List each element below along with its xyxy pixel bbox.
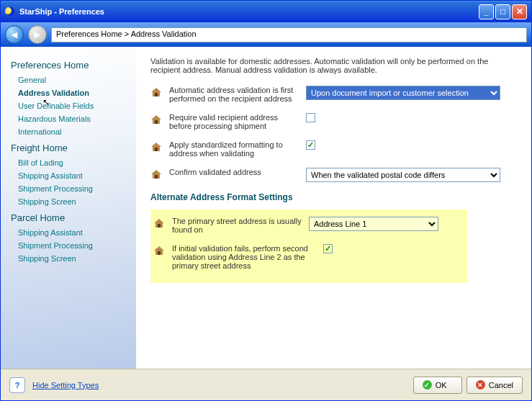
- breadcrumb[interactable]: Preferences Home > Address Validation: [51, 27, 527, 42]
- forward-button: ►: [28, 25, 47, 44]
- auto-validation-select[interactable]: Upon document import or customer selecti…: [306, 86, 500, 100]
- svg-rect-3: [155, 175, 158, 179]
- cursor-icon: ↖: [42, 97, 50, 107]
- sidebar-item-shipping-assistant-freight[interactable]: Shipping Assistant: [11, 169, 129, 182]
- sidebar-item-international[interactable]: International: [11, 125, 129, 138]
- nav-toolbar: ◄ ► Preferences Home > Address Validatio…: [1, 22, 531, 47]
- setting-label: If initial validation fails, perform sec…: [172, 244, 316, 270]
- sidebar-item-shipment-processing-freight[interactable]: Shipment Processing: [11, 182, 129, 195]
- setting-confirm: Confirm validated address When the valid…: [150, 168, 518, 182]
- house-icon: [150, 169, 162, 179]
- sidebar-item-bill-of-lading[interactable]: Bill of Lading: [11, 156, 129, 169]
- setting-label: Automatic address validation is first pe…: [169, 86, 299, 103]
- alternate-settings-highlight: The primary street address is usually fo…: [150, 209, 467, 283]
- setting-label: Apply standardized formatting to address…: [169, 140, 299, 158]
- statusbar: ? Hide Setting Types ✓ OK ✕ Cancel: [1, 369, 531, 400]
- sidebar-item-shipping-screen-parcel[interactable]: Shipping Screen: [11, 252, 129, 265]
- sidebar: Preferences Home General Address Validat…: [1, 47, 136, 369]
- house-icon: [153, 245, 165, 256]
- titlebar[interactable]: StarShip - Preferences _ □ ✕: [1, 1, 531, 22]
- house-icon: [150, 87, 162, 97]
- require-valid-checkbox[interactable]: [306, 113, 315, 122]
- help-icon[interactable]: ?: [9, 377, 25, 393]
- check-icon: ✓: [423, 380, 432, 389]
- app-icon: [5, 6, 15, 17]
- setting-label: Confirm validated address: [169, 168, 299, 176]
- setting-auto-validation: Automatic address validation is first pe…: [150, 86, 518, 103]
- ok-button[interactable]: ✓ OK: [413, 377, 462, 394]
- cancel-button[interactable]: ✕ Cancel: [466, 377, 523, 394]
- setting-standardize: Apply standardized formatting to address…: [150, 140, 518, 158]
- house-icon: [150, 142, 162, 152]
- sidebar-item-shipment-processing-parcel[interactable]: Shipment Processing: [11, 239, 129, 252]
- sidebar-item-address-validation[interactable]: Address Validation: [11, 86, 129, 99]
- content-pane: Validation is available for domestic add…: [136, 47, 531, 369]
- window-title: StarShip - Preferences: [19, 7, 104, 16]
- close-button[interactable]: ✕: [512, 4, 527, 19]
- cancel-icon: ✕: [476, 380, 485, 389]
- intro-text: Validation is available for domestic add…: [150, 57, 518, 74]
- minimize-button[interactable]: _: [479, 4, 494, 19]
- back-button[interactable]: ◄: [5, 25, 24, 44]
- setting-label: The primary street address is usually fo…: [172, 217, 302, 234]
- sidebar-item-shipping-assistant-parcel[interactable]: Shipping Assistant: [11, 226, 129, 239]
- svg-rect-1: [155, 120, 158, 124]
- setting-require-valid: Require valid recipient address before p…: [150, 113, 518, 130]
- svg-rect-2: [155, 148, 158, 151]
- sidebar-item-user-definable-fields[interactable]: User Definable Fields: [11, 99, 129, 112]
- house-icon: [153, 218, 165, 228]
- sidebar-item-general[interactable]: General: [11, 73, 129, 86]
- svg-rect-5: [158, 251, 161, 255]
- standardize-checkbox[interactable]: [306, 140, 315, 150]
- setting-primary-line: The primary street address is usually fo…: [153, 217, 464, 234]
- primary-line-select[interactable]: Address Line 1: [309, 217, 438, 231]
- setting-label: Require valid recipient address before p…: [169, 113, 299, 130]
- app-window: StarShip - Preferences _ □ ✕ ◄ ► Prefere…: [0, 0, 532, 401]
- sidebar-heading-preferences[interactable]: Preferences Home: [11, 60, 129, 71]
- sidebar-item-shipping-screen-freight[interactable]: Shipping Screen: [11, 195, 129, 208]
- confirm-select[interactable]: When the validated postal code differs: [306, 168, 500, 182]
- svg-rect-0: [155, 93, 158, 96]
- setting-retry-line2: If initial validation fails, perform sec…: [153, 244, 464, 270]
- hide-setting-types-link[interactable]: Hide Setting Types: [32, 381, 99, 389]
- svg-rect-4: [158, 224, 161, 227]
- sidebar-item-hazardous-materials[interactable]: Hazardous Materials: [11, 112, 129, 125]
- alternate-heading: Alternate Address Format Settings: [150, 192, 518, 202]
- sidebar-heading-parcel[interactable]: Parcel Home: [11, 212, 129, 223]
- sidebar-heading-freight[interactable]: Freight Home: [11, 143, 129, 153]
- maximize-button[interactable]: □: [495, 4, 510, 19]
- house-icon: [150, 114, 162, 125]
- retry-line2-checkbox[interactable]: [323, 244, 333, 253]
